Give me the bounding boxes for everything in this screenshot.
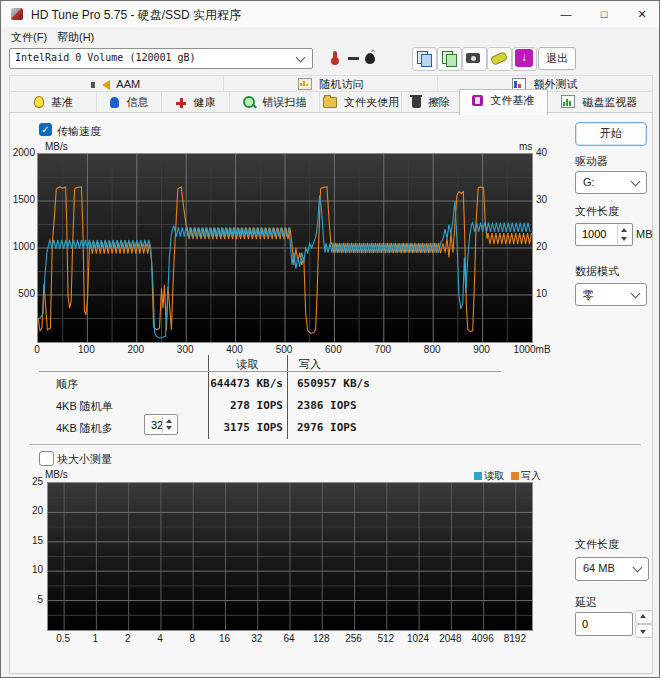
axis-tick-label: 1500: [3, 194, 35, 205]
seq-write-value: 650957 KB/s: [297, 377, 373, 390]
block-size-checkbox[interactable]: [39, 451, 54, 466]
write-legend-label: 写入: [521, 470, 541, 481]
drive-dropdown[interactable]: G:: [575, 171, 647, 194]
axis-tick-label: 40: [536, 147, 560, 158]
4kb-multi-write-value: 2976 IOPS: [297, 421, 373, 434]
random-access-icon: [298, 78, 312, 90]
copy-green-icon: [442, 51, 453, 64]
axis-tick-label: 20: [13, 505, 43, 516]
chart1-ylabel: MB/s: [45, 141, 68, 152]
axis-tick-label: 600: [313, 344, 353, 355]
temperature-icon: [333, 51, 337, 64]
transfer-speed-checkbox[interactable]: ✓: [39, 123, 52, 136]
transfer-chart: [37, 153, 533, 343]
health-cross-icon: [176, 98, 186, 108]
axis-tick-label: 5: [13, 594, 43, 605]
read-legend-swatch: [474, 472, 482, 480]
seq-read-value: 644473 KB/s: [171, 377, 283, 390]
menu-help[interactable]: 帮助(H): [51, 29, 100, 46]
4kb-single-write-value: 2386 IOPS: [297, 399, 373, 412]
row-label-4kb-single: 4KB 随机单: [56, 399, 113, 414]
delay-down-button[interactable]: [635, 624, 653, 638]
save-button[interactable]: ↓: [512, 47, 537, 71]
spin-down-icon: [640, 630, 646, 634]
drive-select[interactable]: IntelRaid 0 Volume (120001 gB): [9, 48, 313, 69]
chevron-down-icon: [631, 289, 641, 299]
file-length-unit: MB: [636, 228, 653, 240]
axis-tick-label: 500: [264, 344, 304, 355]
bomb-icon: [365, 53, 375, 64]
delay-input[interactable]: [580, 614, 632, 634]
axis-tick-label: 400: [215, 344, 255, 355]
write-legend-swatch: [511, 472, 519, 480]
exit-button[interactable]: 退出: [538, 47, 576, 70]
data-mode-dropdown[interactable]: 零: [575, 283, 647, 306]
download-arrow-icon: ↓: [515, 49, 533, 67]
info-icon: [110, 97, 119, 108]
app-window: HD Tune Pro 5.75 - 硬盘/SSD 实用程序 — □ ✕ 文件(…: [0, 0, 660, 678]
transfer-chart-svg: [38, 154, 532, 342]
axis-tick-label: 1000: [3, 241, 35, 252]
disk-monitor-icon: [561, 95, 575, 108]
axis-tick-label: 1000mB: [509, 344, 555, 355]
file-length-arrows[interactable]: [617, 225, 631, 244]
row-label-sequential: 顺序: [56, 377, 78, 392]
read-legend-label: 读取: [484, 470, 504, 481]
axis-tick-label: 20: [536, 241, 560, 252]
spin-up-icon[interactable]: [621, 228, 627, 232]
file-length2-value: 64 MB: [583, 562, 615, 574]
delay-input-box[interactable]: [575, 612, 633, 636]
lightbulb-icon: [34, 96, 44, 108]
axis-tick-label: 25: [13, 476, 43, 487]
section-divider: [29, 444, 641, 445]
4kb-single-read-value: 278 IOPS: [171, 399, 283, 412]
axis-tick-label: 30: [536, 194, 560, 205]
drive-dropdown-value: G:: [583, 176, 595, 188]
file-length-label: 文件长度: [575, 204, 619, 219]
dash-icon: [348, 57, 359, 60]
maximize-button[interactable]: □: [587, 1, 621, 27]
axis-tick-label: 2000: [3, 147, 35, 158]
axis-tick-label: 300: [165, 344, 205, 355]
axis-tick-label: 15: [13, 535, 43, 546]
file-length-spinner[interactable]: [575, 223, 633, 246]
trash-icon: [412, 97, 421, 108]
drive-label: 驱动器: [575, 154, 608, 169]
drive-select-value: IntelRaid 0 Volume (120001 gB): [15, 52, 196, 63]
start-button[interactable]: 开始: [575, 122, 647, 146]
data-mode-value: 零: [583, 288, 594, 303]
close-button[interactable]: ✕: [625, 1, 659, 27]
menu-file[interactable]: 文件(F): [5, 29, 53, 46]
chart2-ylabel: MB/s: [45, 469, 68, 480]
delay-up-button[interactable]: [635, 610, 653, 624]
block-size-chart-svg: [48, 483, 532, 630]
axis-tick-label: 800: [412, 344, 452, 355]
window-title: HD Tune Pro 5.75 - 硬盘/SSD 实用程序: [31, 7, 241, 24]
tab-file-benchmark[interactable]: 文件基准: [459, 89, 548, 115]
screenshot-button[interactable]: [462, 47, 487, 71]
axis-tick-label: 100: [66, 344, 106, 355]
capture-button[interactable]: [487, 47, 512, 71]
axis-tick-label: 10: [536, 288, 560, 299]
axis-tick-label: 500: [3, 288, 35, 299]
pill-icon: [490, 51, 508, 66]
file-length2-dropdown[interactable]: 64 MB: [575, 557, 649, 581]
chart1-ylabel-right: ms: [519, 141, 532, 152]
write-header: 写入: [299, 357, 321, 372]
copy-image-button[interactable]: [437, 47, 462, 71]
4kb-multi-read-value: 3175 IOPS: [171, 421, 283, 434]
chart2-legend: 读取 写入: [441, 469, 541, 483]
copy-text-button[interactable]: [412, 47, 437, 71]
transfer-speed-label: 传输速度: [57, 124, 101, 139]
block-size-label: 块大小测量: [57, 452, 112, 467]
app-icon: [11, 8, 23, 20]
data-mode-label: 数据模式: [575, 264, 619, 279]
spin-down-icon[interactable]: [621, 237, 627, 241]
minimize-button[interactable]: —: [549, 1, 583, 27]
check-icon: ✓: [41, 124, 49, 135]
axis-tick-label: 0: [17, 344, 57, 355]
titlebar: HD Tune Pro 5.75 - 硬盘/SSD 实用程序 — □ ✕: [1, 1, 659, 28]
axis-tick-label: 700: [363, 344, 403, 355]
chevron-down-icon: [631, 177, 641, 187]
chevron-down-icon: [633, 563, 643, 573]
